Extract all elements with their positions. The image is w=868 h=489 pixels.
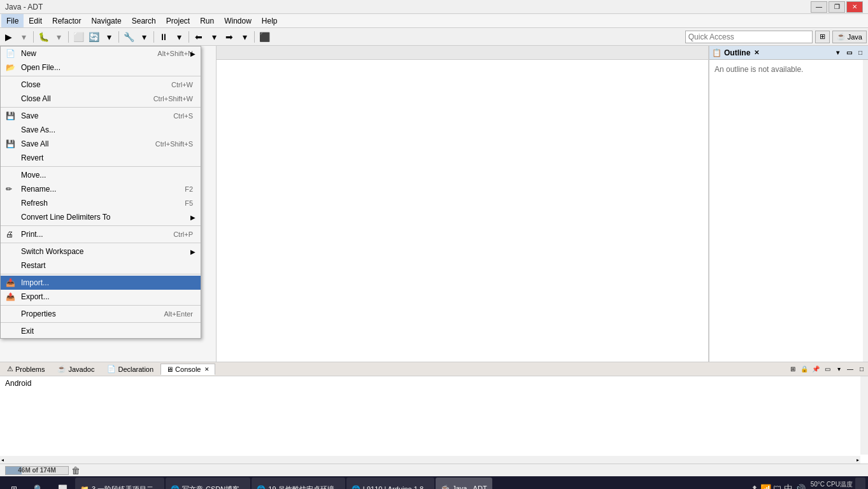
java-perspective-btn[interactable]: ☕ Java — [832, 31, 867, 43]
console-min-btn[interactable]: — — [845, 364, 855, 374]
toolbar-btn-6[interactable]: 🔄 — [87, 30, 101, 44]
outline-close-icon[interactable]: ✕ — [754, 49, 759, 56]
menu-window[interactable]: Window — [219, 14, 257, 27]
menu-item-move[interactable]: Move... — [1, 168, 201, 182]
tab-javadoc[interactable]: ☕ Javadoc — [52, 364, 100, 375]
menu-item-new[interactable]: 📄 New Alt+Shift+N ▶ — [1, 46, 201, 60]
toolbar-btn-5[interactable]: ⬜ — [71, 30, 85, 44]
search-button[interactable]: 🔍 — [27, 478, 50, 489]
switch-arrow-icon: ▶ — [190, 248, 196, 255]
taskbar-item-adt-label: Java - ADT — [452, 485, 487, 489]
toolbar-btn-16[interactable]: ⬛ — [257, 30, 271, 44]
tab-problems-label: Problems — [15, 365, 45, 373]
separator-3 — [1, 166, 201, 167]
menu-item-close-all[interactable]: Close All Ctrl+Shift+W — [1, 92, 201, 106]
toolbar-btn-10[interactable]: ⏸ — [157, 30, 171, 44]
menu-search[interactable]: Search — [127, 14, 161, 27]
open-perspective-button[interactable]: ⊞ — [815, 31, 830, 43]
toolbar-btn-9[interactable]: ▾ — [137, 30, 151, 44]
menu-item-refresh[interactable]: Refresh F5 — [1, 196, 201, 210]
tray-icon-network[interactable]: 📶 — [760, 484, 771, 489]
menu-file[interactable]: File — [1, 14, 24, 27]
console-close-icon[interactable]: ✕ — [204, 366, 210, 372]
menu-item-convert[interactable]: Convert Line Delimiters To ▶ — [1, 210, 201, 224]
menu-navigate[interactable]: Navigate — [86, 14, 126, 27]
menu-item-save-all[interactable]: 💾 Save All Ctrl+Shift+S — [1, 137, 201, 151]
memory-bar: 46M of 174M — [5, 466, 69, 475]
tray-icon-shield[interactable]: 🛡 — [773, 484, 782, 489]
restore-button[interactable]: ❐ — [829, 1, 845, 13]
menu-item-import[interactable]: 📥 Import... — [1, 276, 201, 290]
console-content-area[interactable]: Android ◂ ▸ — [0, 376, 868, 464]
toolbar-btn-11[interactable]: ▾ — [172, 30, 186, 44]
tray-icon-lang[interactable]: 中 — [784, 483, 793, 489]
menu-edit[interactable]: Edit — [24, 14, 47, 27]
quick-access-input[interactable] — [685, 31, 813, 43]
show-desktop-button[interactable] — [855, 478, 865, 489]
gc-icon[interactable]: 🗑 — [71, 465, 80, 476]
console-max-btn[interactable]: □ — [857, 364, 867, 374]
toolbar-btn-14[interactable]: ➡ — [222, 30, 236, 44]
menu-run[interactable]: Run — [195, 14, 219, 27]
separator-8 — [1, 322, 201, 323]
close-button[interactable]: ✕ — [846, 1, 863, 13]
menu-item-open-file[interactable]: 📂 Open File... — [1, 60, 201, 74]
toolbar-btn-3[interactable]: 🐛 — [36, 30, 50, 44]
menu-item-properties[interactable]: Properties Alt+Enter — [1, 307, 201, 321]
toolbar-btn-8[interactable]: 🔧 — [122, 30, 136, 44]
outline-restore-btn[interactable]: ▭ — [844, 48, 854, 58]
taskbar-right-area: ⬆ 📶 🛡 中 🔊 50°C CPU温度 13:42 — [748, 478, 865, 489]
toolbar-btn-1[interactable]: ▶ — [1, 30, 15, 44]
toolbar-btn-13[interactable]: ▾ — [207, 30, 221, 44]
task-view-button[interactable]: ⬜ — [51, 478, 74, 489]
tab-problems[interactable]: ⚠ Problems — [1, 364, 50, 375]
menu-item-restart[interactable]: Restart — [1, 259, 201, 273]
console-arrow-btn[interactable]: ▾ — [834, 364, 844, 374]
convert-arrow-icon: ▶ — [190, 214, 196, 221]
menu-item-print[interactable]: 🖨 Print... Ctrl+P — [1, 227, 201, 241]
console-lock-btn[interactable]: 🔒 — [799, 364, 809, 374]
toolbar-btn-15[interactable]: ▾ — [238, 30, 252, 44]
console-pin-btn[interactable]: 📌 — [811, 364, 821, 374]
toolbar-btn-2[interactable]: ▾ — [17, 30, 31, 44]
menu-item-save-as[interactable]: Save As... — [1, 123, 201, 137]
tray-icon-1[interactable]: ⬆ — [751, 484, 758, 489]
perspective-grid-icon: ⊞ — [820, 32, 825, 41]
tab-declaration[interactable]: 📄 Declaration — [101, 364, 159, 375]
toolbar-btn-12[interactable]: ⬅ — [192, 30, 206, 44]
menu-item-switch-workspace[interactable]: Switch Workspace ▶ — [1, 244, 201, 259]
menu-item-save[interactable]: 💾 Save Ctrl+S — [1, 109, 201, 123]
menu-item-revert[interactable]: Revert — [1, 151, 201, 165]
save-all-icon: 💾 — [6, 139, 15, 148]
outline-max-btn[interactable]: □ — [855, 48, 865, 58]
tray-icon-sound[interactable]: 🔊 — [795, 484, 806, 489]
menu-item-export[interactable]: 📤 Export... — [1, 290, 201, 304]
workspace: 📄 New Alt+Shift+N ▶ 📂 Open File... Close… — [0, 46, 868, 464]
console-display-btn[interactable]: ▭ — [822, 364, 832, 374]
memory-indicator[interactable]: 46M of 174M 🗑 — [5, 465, 80, 476]
scroll-left-icon[interactable]: ◂ — [1, 457, 4, 463]
menu-project[interactable]: Project — [161, 14, 195, 27]
scroll-right-icon[interactable]: ▸ — [857, 457, 859, 463]
tab-console[interactable]: 🖥 Console ✕ — [160, 364, 215, 375]
taskbar-item-csdn[interactable]: 🌐 写文章-CSDN博客... — [166, 478, 250, 489]
console-scrollbar-v[interactable] — [860, 376, 868, 455]
toolbar-btn-7[interactable]: ▾ — [102, 30, 116, 44]
taskbar-item-folder[interactable]: 📁 3.一阶段练手项目二... — [75, 478, 164, 489]
menu-refactor[interactable]: Refactor — [47, 14, 86, 27]
menu-item-close[interactable]: Close Ctrl+W — [1, 78, 201, 92]
taskbar-item-arduino[interactable]: 🌐 L9110 | Arduino 1.8... — [346, 478, 434, 489]
minimize-button[interactable]: — — [811, 1, 827, 13]
taskbar-item-adt[interactable]: ☕ Java - ADT — [436, 478, 492, 489]
menu-item-exit[interactable]: Exit — [1, 324, 201, 338]
clock-display[interactable]: 50°C CPU温度 13:42 — [811, 480, 853, 489]
taskbar-item-android[interactable]: 🌐 19.吊炸酷炫安卓环境... — [252, 478, 345, 489]
console-scrollbar-h[interactable]: ◂ ▸ — [0, 456, 860, 464]
console-copy-btn[interactable]: ⊞ — [788, 364, 798, 374]
outline-scrollbar[interactable] — [863, 60, 868, 362]
menu-item-rename[interactable]: ✏ Rename... F2 — [1, 182, 201, 196]
toolbar-btn-4[interactable]: ▾ — [52, 30, 66, 44]
outline-min-btn[interactable]: ▾ — [832, 48, 843, 58]
menu-help[interactable]: Help — [257, 14, 283, 27]
start-button[interactable]: ⊞ — [3, 478, 25, 489]
